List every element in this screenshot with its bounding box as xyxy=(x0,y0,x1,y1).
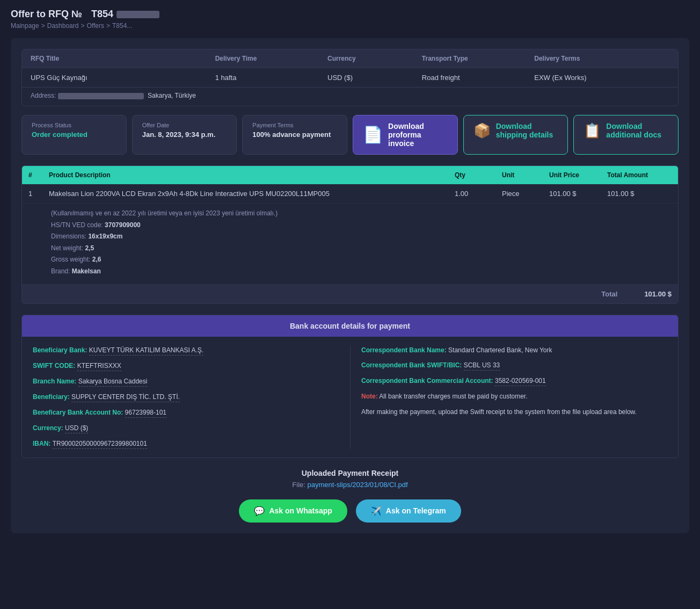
products-total-row: Total 101.00 $ xyxy=(22,285,678,303)
telegram-button[interactable]: ✈️ Ask on Telegram xyxy=(356,499,461,523)
product-gross-weight: Gross weight: 2,6 xyxy=(51,254,672,266)
product-unit: Piece xyxy=(502,190,545,198)
whatsapp-icon: 💬 xyxy=(254,506,265,516)
telegram-icon: ✈️ xyxy=(371,506,382,516)
breadcrumb-dashboard[interactable]: Dashboard xyxy=(47,22,79,30)
beneficiary-bank: Beneficiary Bank: KUVEYT TÜRK KATILIM BA… xyxy=(33,345,339,356)
download-docs-card[interactable]: 📋 Download additional docs xyxy=(573,115,679,155)
offer-date-value: Jan. 8, 2023, 9:34 p.m. xyxy=(142,130,216,139)
download-shipping-btn[interactable]: 📦 Download shipping details xyxy=(473,122,558,139)
main-card: RFQ Title Delivery Time Currency Transpo… xyxy=(11,38,689,533)
product-num: 1 xyxy=(28,190,45,198)
download-proforma-label: Download xyxy=(388,122,448,130)
rfq-title-value: UPS Güç Kaynağı xyxy=(31,74,211,82)
col-unit-price: Unit Price xyxy=(549,171,603,179)
whatsapp-label: Ask on Whatsapp xyxy=(269,506,332,515)
col-transport-type: Transport Type xyxy=(422,55,530,62)
payment-terms-label: Payment Terms xyxy=(252,122,293,128)
currency: Currency: USD ($) xyxy=(33,423,339,433)
branch-name: Branch Name: Sakarya Bosna Caddesi xyxy=(33,376,339,387)
beneficiary: Beneficiary: SUPPLY CENTER DIŞ TİC. LTD.… xyxy=(33,392,339,402)
product-description: Makelsan Lion 2200VA LCD Ekran 2x9Ah 4-8… xyxy=(49,190,450,198)
products-table: # Product Description Qty Unit Unit Pric… xyxy=(21,165,679,304)
total-value: 101.00 $ xyxy=(644,290,672,298)
product-qty: 1.00 xyxy=(455,190,498,198)
address-row: Address: Sakarya, Türkiye xyxy=(22,87,678,106)
address-blurred xyxy=(58,93,144,99)
breadcrumb-offers[interactable]: Offers xyxy=(86,22,104,30)
telegram-label: Ask on Telegram xyxy=(386,506,446,515)
swift-code: SWIFT CODE: KTEFTRISXXX xyxy=(33,361,339,371)
invoice-icon: 📄 xyxy=(363,127,383,143)
breadcrumb-mainpage[interactable]: Mainpage xyxy=(11,22,39,30)
shipping-icon: 📦 xyxy=(473,124,491,137)
payment-terms-card: Payment Terms 100% advance payment xyxy=(242,115,347,155)
bank-note: Note: All bank transfer charges must be … xyxy=(361,392,667,402)
breadcrumb: Mainpage > Dashboard > Offers > T854... xyxy=(11,22,689,30)
col-currency: Currency xyxy=(327,55,418,62)
page-header: Offer to RFQ № T854 Mainpage > Dashboard… xyxy=(11,9,689,30)
download-proforma-btn[interactable]: 📄 Download proforma invoice xyxy=(363,122,448,148)
download-docs-btn[interactable]: 📋 Download additional docs xyxy=(584,122,668,139)
download-docs-label: Download additional docs xyxy=(606,122,668,139)
bank-left-col: Beneficiary Bank: KUVEYT TÜRK KATILIM BA… xyxy=(33,345,350,449)
col-unit: Unit xyxy=(502,171,545,179)
total-label: Total xyxy=(601,290,617,298)
account-number: Beneficary Bank Account No: 96723998-101 xyxy=(33,408,339,418)
col-total-amount: Total Amount xyxy=(607,171,672,179)
corr-swift: Correspondent Bank SWIFT/BIC: SCBL US 33 xyxy=(361,360,667,371)
title-prefix: Offer to RFQ № xyxy=(11,9,82,20)
product-total: 101.00 $ xyxy=(607,190,672,198)
bank-right-col: Correspondent Bank Name: Standard Charte… xyxy=(350,345,667,449)
col-rfq-title: RFQ Title xyxy=(31,55,211,62)
delivery-time-value: 1 hafta xyxy=(215,74,323,82)
breadcrumb-current: T854... xyxy=(112,22,132,30)
process-status-label: Process Status xyxy=(32,122,71,128)
address-label: Address: xyxy=(31,92,56,99)
page-title: Offer to RFQ № T854 xyxy=(11,9,689,20)
product-note: (Kullanılmamış ve en az 2022 yılı üretim… xyxy=(51,208,672,220)
rfq-table-header: RFQ Title Delivery Time Currency Transpo… xyxy=(22,49,678,68)
col-qty: Qty xyxy=(455,171,498,179)
transport-type-value: Road freight xyxy=(422,74,530,82)
bank-card: Bank account details for payment Benefic… xyxy=(21,315,679,458)
product-details: (Kullanılmamış ve en az 2022 yılı üretim… xyxy=(22,204,678,285)
download-shipping-label: Download shipping details xyxy=(496,122,558,139)
product-net-weight: Net weight: 2,5 xyxy=(51,243,672,255)
product-brand: Brand: Makelsan xyxy=(51,266,672,278)
product-dimensions: Dimensions: 16x19x9cm xyxy=(51,231,672,243)
bank-note-extra: After making the payment, upload the Swi… xyxy=(361,407,667,417)
whatsapp-button[interactable]: 💬 Ask on Whatsapp xyxy=(239,499,347,523)
title-id: T854 xyxy=(91,9,113,20)
col-delivery-terms: Delivery Terms xyxy=(534,55,669,62)
col-description: Product Description xyxy=(49,171,450,179)
corr-account: Correspondent Bank Commercial Account: 3… xyxy=(361,376,667,386)
iban: IBAN: TR900020500009672399800101 xyxy=(33,439,339,449)
col-delivery-time: Delivery Time xyxy=(215,55,323,62)
receipt-section: Uploaded Payment Receipt File: payment-s… xyxy=(21,469,679,489)
rfq-table-row: UPS Güç Kaynağı 1 hafta USD ($) Road fre… xyxy=(22,68,678,87)
cta-row: 💬 Ask on Whatsapp ✈️ Ask on Telegram xyxy=(21,499,679,523)
receipt-file-label: File: xyxy=(292,481,305,489)
product-row: 1 Makelsan Lion 2200VA LCD Ekran 2x9Ah 4… xyxy=(22,184,678,204)
col-num: # xyxy=(28,171,45,179)
download-proforma-label2: proforma invoice xyxy=(388,130,448,148)
download-proforma-card[interactable]: 📄 Download proforma invoice xyxy=(353,115,458,155)
payment-terms-value: 100% advance payment xyxy=(252,130,331,139)
products-table-header: # Product Description Qty Unit Unit Pric… xyxy=(22,166,678,184)
offer-date-card: Offer Date Jan. 8, 2023, 9:34 p.m. xyxy=(132,115,237,155)
receipt-file: File: payment-slips/2023/01/08/CI.pdf xyxy=(21,481,679,489)
bank-body: Beneficiary Bank: KUVEYT TÜRK KATILIM BA… xyxy=(22,337,678,458)
currency-value: USD ($) xyxy=(327,74,418,82)
download-shipping-card[interactable]: 📦 Download shipping details xyxy=(463,115,568,155)
address-city: Sakarya, Türkiye xyxy=(148,92,196,99)
receipt-file-link[interactable]: payment-slips/2023/01/08/CI.pdf xyxy=(308,481,408,489)
product-hs-tn: HS/TN VED code: 3707909000 xyxy=(51,220,672,231)
rfq-info-table: RFQ Title Delivery Time Currency Transpo… xyxy=(21,49,679,106)
bank-header: Bank account details for payment xyxy=(22,315,678,337)
offer-date-label: Offer Date xyxy=(142,122,170,128)
title-id-blurred xyxy=(116,11,159,18)
process-status-card: Process Status Order completed xyxy=(21,115,127,155)
corr-bank-name: Correspondent Bank Name: Standard Charte… xyxy=(361,345,667,355)
delivery-terms-value: EXW (Ex Works) xyxy=(534,74,669,82)
